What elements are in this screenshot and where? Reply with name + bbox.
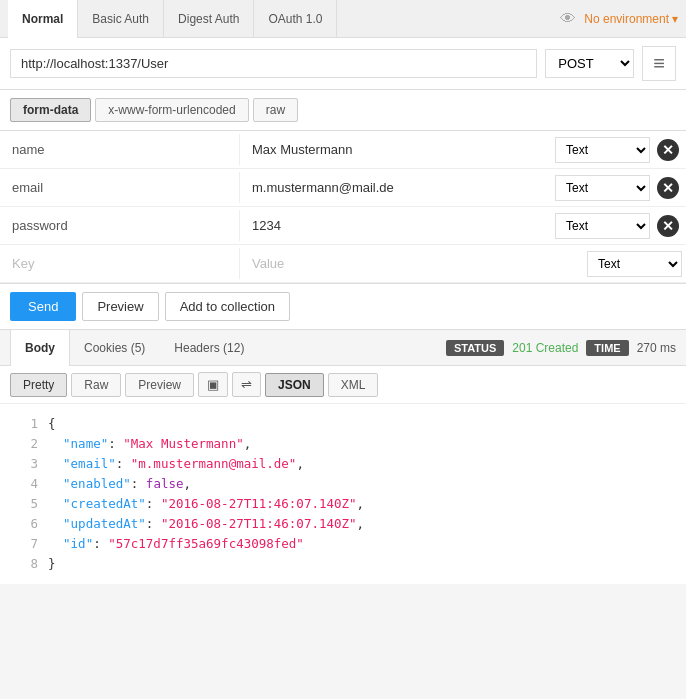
response-line-8: 8 }: [14, 554, 672, 574]
response-line-4: 4 "enabled": false,: [14, 474, 672, 494]
response-tab-cookies-label: Cookies (5): [84, 341, 145, 355]
line-num-3: 3: [14, 454, 38, 474]
form-row-email: email m.mustermann@mail.de Text File ✕: [0, 169, 686, 207]
line-num-2: 2: [14, 434, 38, 454]
response-line-5: 5 "createdAt": "2016-08-27T11:46:07.140Z…: [14, 494, 672, 514]
line-num-1: 1: [14, 414, 38, 434]
response-format-tabs: Pretty Raw Preview ▣ ⇌ JSON XML: [0, 366, 686, 404]
x-circle-icon: ✕: [657, 177, 679, 199]
json-line-4: "enabled": false,: [48, 474, 191, 494]
json-line-7: "id": "57c17d7ff35a69fc43098fed": [48, 534, 304, 554]
remove-name-button[interactable]: ✕: [654, 136, 682, 164]
tab-raw[interactable]: raw: [253, 98, 298, 122]
tab-digest-auth[interactable]: Digest Auth: [164, 0, 254, 38]
tab-basic-auth[interactable]: Basic Auth: [78, 0, 164, 38]
tab-form-data[interactable]: form-data: [10, 98, 91, 122]
line-num-8: 8: [14, 554, 38, 574]
response-line-7: 7 "id": "57c17d7ff35a69fc43098fed": [14, 534, 672, 554]
field-value-placeholder[interactable]: Value: [240, 248, 583, 279]
form-fields: name Max Mustermann Text File ✕ email m.…: [0, 131, 686, 284]
field-value-name[interactable]: Max Mustermann: [240, 134, 551, 165]
eye-icon[interactable]: 👁: [560, 10, 576, 28]
format-btn-pretty[interactable]: Pretty: [10, 373, 67, 397]
tab-basic-auth-label: Basic Auth: [92, 12, 149, 26]
type-select-password[interactable]: Text File: [555, 213, 650, 239]
tab-digest-auth-label: Digest Auth: [178, 12, 239, 26]
send-button[interactable]: Send: [10, 292, 76, 321]
field-key-password: password: [0, 210, 240, 241]
url-bar: POST GET PUT PATCH DELETE ≡: [0, 38, 686, 90]
response-tab-headers-label: Headers (12): [174, 341, 244, 355]
field-key-name: name: [0, 134, 240, 165]
expand-button[interactable]: ≡: [642, 46, 676, 81]
body-type-tabs: form-data x-www-form-urlencoded raw: [0, 90, 686, 131]
field-value-email[interactable]: m.mustermann@mail.de: [240, 172, 551, 203]
tab-normal[interactable]: Normal: [8, 0, 78, 38]
form-row-password: password 1234 Text File ✕: [0, 207, 686, 245]
wrap-icon-button[interactable]: ⇌: [232, 372, 261, 397]
remove-email-button[interactable]: ✕: [654, 174, 682, 202]
type-select-name[interactable]: Text File: [555, 137, 650, 163]
actions-bar: Send Preview Add to collection: [0, 284, 686, 330]
json-line-6: "updatedAt": "2016-08-27T11:46:07.140Z",: [48, 514, 364, 534]
environment-label: No environment: [584, 12, 669, 26]
format-btn-preview[interactable]: Preview: [125, 373, 194, 397]
field-value-password[interactable]: 1234: [240, 210, 551, 241]
form-row-empty: Key Value Text File: [0, 245, 686, 283]
preview-button[interactable]: Preview: [82, 292, 158, 321]
environment-dropdown[interactable]: No environment ▾: [584, 12, 678, 26]
url-input[interactable]: [10, 49, 537, 78]
response-line-6: 6 "updatedAt": "2016-08-27T11:46:07.140Z…: [14, 514, 672, 534]
x-circle-icon: ✕: [657, 139, 679, 161]
response-tab-cookies[interactable]: Cookies (5): [70, 330, 160, 366]
response-line-3: 3 "email": "m.mustermann@mail.de",: [14, 454, 672, 474]
response-tabs: Body Cookies (5) Headers (12) STATUS 201…: [0, 330, 686, 366]
type-select-empty[interactable]: Text File: [587, 251, 682, 277]
response-tab-body[interactable]: Body: [10, 330, 70, 366]
response-tab-headers[interactable]: Headers (12): [160, 330, 259, 366]
tab-oauth-label: OAuth 1.0: [268, 12, 322, 26]
tab-oauth[interactable]: OAuth 1.0: [254, 0, 337, 38]
json-brace-close: }: [48, 554, 56, 574]
status-code: 201 Created: [512, 341, 578, 355]
add-to-collection-button[interactable]: Add to collection: [165, 292, 290, 321]
response-line-2: 2 "name": "Max Mustermann",: [14, 434, 672, 454]
time-badge: TIME: [586, 340, 628, 356]
response-body: 1 { 2 "name": "Max Mustermann", 3 "email…: [0, 404, 686, 584]
line-num-4: 4: [14, 474, 38, 494]
env-section: 👁 No environment ▾: [560, 10, 678, 28]
line-num-6: 6: [14, 514, 38, 534]
json-line-3: "email": "m.mustermann@mail.de",: [48, 454, 304, 474]
field-key-placeholder: Key: [0, 248, 240, 279]
time-value: 270 ms: [637, 341, 676, 355]
format-btn-raw[interactable]: Raw: [71, 373, 121, 397]
line-num-7: 7: [14, 534, 38, 554]
format-xml-button[interactable]: XML: [328, 373, 379, 397]
json-line-2: "name": "Max Mustermann",: [48, 434, 251, 454]
type-select-email[interactable]: Text File: [555, 175, 650, 201]
top-nav: Normal Basic Auth Digest Auth OAuth 1.0 …: [0, 0, 686, 38]
line-num-5: 5: [14, 494, 38, 514]
response-status: STATUS 201 Created TIME 270 ms: [446, 340, 676, 356]
tab-x-www-form-urlencoded[interactable]: x-www-form-urlencoded: [95, 98, 248, 122]
field-key-email: email: [0, 172, 240, 203]
response-line-1: 1 {: [14, 414, 672, 434]
json-line-5: "createdAt": "2016-08-27T11:46:07.140Z",: [48, 494, 364, 514]
form-row-name: name Max Mustermann Text File ✕: [0, 131, 686, 169]
remove-password-button[interactable]: ✕: [654, 212, 682, 240]
response-tab-body-label: Body: [25, 341, 55, 355]
method-select[interactable]: POST GET PUT PATCH DELETE: [545, 49, 634, 78]
tab-normal-label: Normal: [22, 12, 63, 26]
x-circle-icon: ✕: [657, 215, 679, 237]
env-chevron-icon: ▾: [672, 12, 678, 26]
copy-icon-button[interactable]: ▣: [198, 372, 228, 397]
json-brace-open: {: [48, 414, 56, 434]
format-json-button[interactable]: JSON: [265, 373, 324, 397]
status-badge: STATUS: [446, 340, 504, 356]
